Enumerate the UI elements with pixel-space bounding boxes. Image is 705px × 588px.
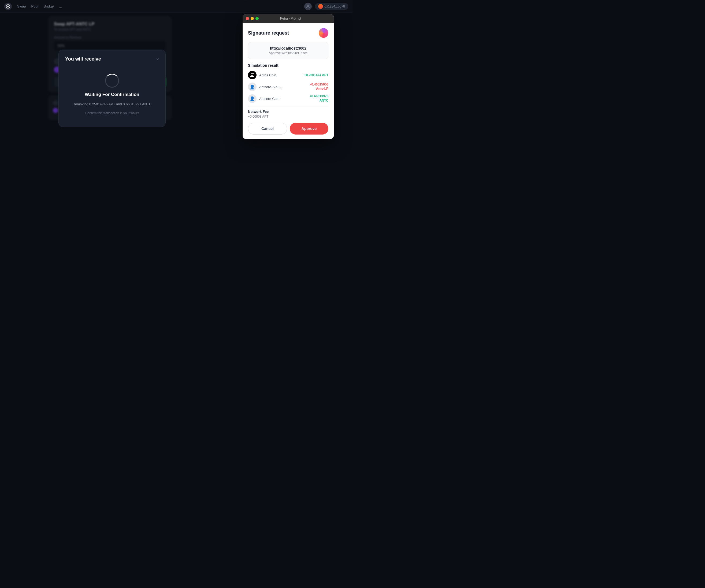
antcore-lp-person-icon: 👤 (249, 85, 255, 90)
antcore-coin-amount: +0.66013975ANTC (310, 94, 328, 103)
antcore-person-icon: 👤 (249, 96, 255, 101)
maximize-traffic-light[interactable] (255, 17, 259, 20)
antcore-lp-coin-amount: -0.40515056Antc-LP (311, 83, 328, 91)
aptos-coin-amount: +0.2501474 APT (304, 73, 328, 77)
petra-approve-with: Approve with 0x2909..57ce (252, 51, 324, 55)
petra-simulation-title: Simulation result (248, 63, 328, 67)
aptos-stripe-2 (251, 75, 253, 76)
nav-item-swap[interactable]: Swap (17, 4, 26, 8)
petra-divider (248, 106, 328, 106)
aptos-stripe-3 (250, 76, 254, 77)
petra-cancel-button[interactable]: Cancel (248, 123, 287, 135)
nav-avatar (304, 3, 312, 10)
nav-item-bridge[interactable]: Bridge (44, 4, 54, 8)
petra-url: http://localhost:3002 (252, 46, 324, 50)
you-will-receive-modal: You will receive × Waiting For Confirmat… (58, 50, 166, 127)
bg-amount-input: 50% (54, 41, 166, 50)
modal-spinner-area: Waiting For Confirmation Removing 0.2501… (65, 68, 159, 120)
bg-panel-sub: To receive APT and ANTC (54, 28, 166, 31)
petra-network-fee-label: Network Fee (248, 110, 328, 114)
aptos-coin-name: Aptos Coin (259, 73, 304, 77)
modal-header: You will receive × (65, 56, 159, 62)
petra-coin-row-aptos: Aptos Coin +0.2501474 APT (248, 71, 328, 79)
nav-right: 0x1234...5678 (304, 3, 348, 10)
bg-info-icon-1 (53, 100, 58, 106)
petra-titlebar: Petra - Prompt (243, 14, 334, 23)
petra-coin-row-antcore: 👤 Antcore Coin +0.66013975ANTC (248, 94, 328, 103)
petra-coin-row-antcore-lp: 👤 Antcore-APT-... -0.40515056Antc-LP (248, 83, 328, 91)
wallet-address: 0x1234...5678 (325, 5, 345, 8)
petra-network-fee-value: ~0.00003 APT (248, 115, 328, 118)
wallet-dot (318, 4, 323, 9)
antcore-lp-coin-name: Antcore-APT-... (259, 85, 311, 89)
bg-amount-label: Amount to Remove (54, 36, 166, 39)
confirm-text: Confirm this transaction in your wallet (85, 111, 139, 115)
waiting-desc: Removing 0.25014746 APT and 0.66013991 A… (73, 102, 152, 107)
nav-wallet[interactable]: 0x1234...5678 (315, 3, 348, 10)
bg-info-icon-2 (53, 108, 58, 113)
petra-signature-title: Signature request (248, 30, 289, 36)
petra-url-section: http://localhost:3002 Approve with 0x290… (248, 42, 328, 59)
modal-close-button[interactable]: × (156, 57, 159, 62)
top-nav: Swap Pool Bridge ... 0x1234...5678 (0, 0, 352, 13)
minimize-traffic-light[interactable] (251, 17, 254, 20)
petra-body: Signature request http://localhost:3002 … (243, 23, 334, 139)
close-traffic-light[interactable] (246, 17, 249, 20)
bg-panel-title: Swap APT-ANTC LP (54, 22, 166, 27)
petra-window: Petra - Prompt Signature request http://… (243, 14, 334, 139)
antcore-coin-name: Antcore Coin (259, 97, 310, 101)
waiting-desc-text: Removing 0.25014746 APT and 0.66013991 A… (73, 102, 152, 106)
antcore-coin-icon: 👤 (248, 94, 256, 103)
aptos-stripes (248, 71, 256, 79)
petra-button-row: Cancel Approve (248, 123, 328, 135)
petra-window-title: Petra - Prompt (280, 17, 301, 20)
aptos-stripe-1 (251, 74, 254, 74)
petra-header-row: Signature request (248, 28, 328, 38)
nav-item-pool[interactable]: Pool (31, 4, 38, 8)
nav-item-more[interactable]: ... (59, 4, 62, 8)
aptos-coin-icon (248, 71, 256, 79)
waiting-title: Waiting For Confirmation (85, 92, 139, 97)
nav-logo (4, 3, 12, 10)
bg-amount-value: 50% (58, 44, 64, 48)
modal-title: You will receive (65, 56, 101, 62)
antcore-lp-coin-icon: 👤 (248, 83, 256, 91)
petra-approve-button[interactable]: Approve (290, 123, 328, 135)
petra-avatar (319, 28, 328, 38)
loading-spinner (105, 74, 119, 88)
